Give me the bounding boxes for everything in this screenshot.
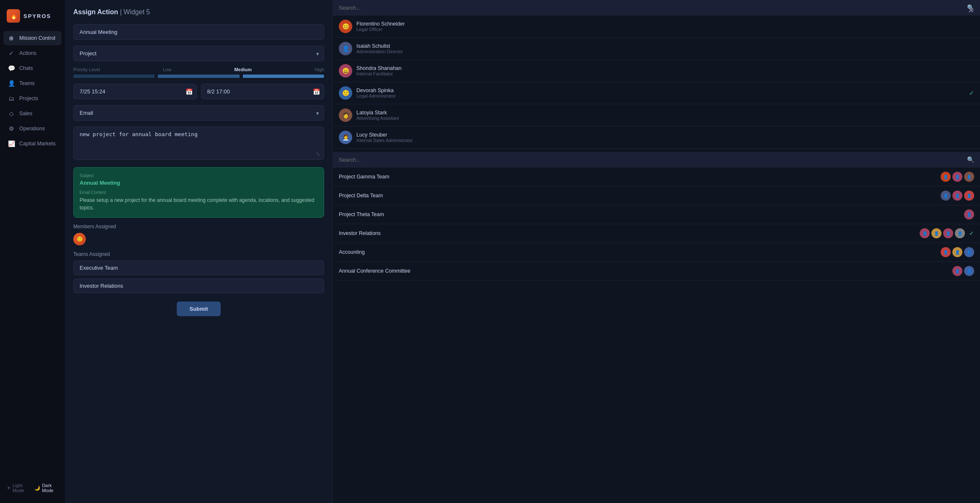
sales-icon: ◇ (8, 110, 15, 117)
sidebar-item-label: Projects (19, 95, 38, 101)
person-info: Isaiah Schulist Administration Director (356, 43, 974, 54)
person-row[interactable]: 👩‍💼 Lucy Steuber Internal Sales Administ… (333, 126, 980, 149)
close-button[interactable]: ✕ (968, 6, 974, 15)
person-name: Latoyia Stark (356, 110, 974, 116)
team-tag: Executive Team (73, 261, 324, 275)
light-mode-label: Light Mode (13, 483, 29, 493)
dark-mode-button[interactable]: 🌙 Dark Mode (34, 483, 58, 493)
people-search-input[interactable] (339, 5, 964, 11)
chats-icon: 💬 (8, 65, 15, 72)
modal-overlay: Assign Action | Widget 5 Project Task Me… (65, 0, 980, 503)
check-icon: ✓ (969, 230, 974, 237)
team-row[interactable]: Project Gamma Team 👤 👤 👤 (333, 168, 980, 186)
team-avatar: 👤 (941, 247, 951, 257)
calendar-icon-start: 📅 (186, 88, 193, 95)
operations-icon: ⚙ (8, 125, 15, 132)
category-select[interactable]: Project Task Meeting Other (73, 46, 324, 61)
sidebar-item-label: Teams (19, 80, 35, 86)
start-date-input[interactable] (73, 84, 197, 99)
sidebar-item-capital-markets[interactable]: 📈 Capital Markets (3, 137, 62, 151)
team-avatar: 👤 (941, 172, 951, 182)
priority-high: High (315, 67, 324, 72)
people-panel: 🔍 😊 Florentino Schneider Legal Officer 👤 (333, 0, 980, 503)
teams-label: Teams Assigned (73, 251, 324, 257)
team-name: Project Delta Team (339, 193, 936, 199)
person-name: Devorah Spinka (356, 88, 965, 93)
priority-seg-med[interactable] (158, 75, 239, 78)
logo-text: SPYROS (23, 13, 51, 19)
person-row[interactable]: 🙂 Devorah Spinka Legal Administrator ✓ (333, 82, 980, 104)
action-title-input[interactable] (73, 24, 324, 40)
team-name: Project Gamma Team (339, 174, 936, 180)
person-role: Administration Director (356, 49, 974, 54)
modal-widget-label: | Widget 5 (120, 8, 150, 15)
capital-markets-icon: 📈 (8, 140, 15, 147)
light-mode-button[interactable]: ☀ Light Mode (7, 483, 29, 493)
team-avatars: 👤 👤 👤 👤 (920, 228, 965, 238)
person-row[interactable]: 👩 Latoyia Stark Advertising Assistant (333, 104, 980, 126)
preview-content-label: Email Content (80, 190, 318, 195)
sidebar-item-projects[interactable]: 🗂 Projects (3, 91, 62, 106)
message-textarea[interactable]: new project for annual board meeting (73, 126, 324, 160)
person-avatar: 👤 (339, 42, 352, 55)
end-date-input[interactable] (201, 84, 325, 99)
priority-seg-high[interactable] (243, 75, 324, 78)
team-avatar: 👤 (952, 191, 962, 201)
priority-seg-low[interactable] (73, 75, 155, 78)
action-type-select[interactable]: Email Call Meeting Task (73, 105, 324, 121)
sidebar-item-teams[interactable]: 👤 Teams (3, 76, 62, 90)
team-avatar: 👤 (964, 172, 974, 182)
category-group: Project Task Meeting Other ▾ (73, 46, 324, 61)
members-avatar-row: 🙂 (73, 233, 324, 245)
team-avatar: 👤 (964, 191, 974, 201)
person-row[interactable]: 👤 Isaiah Schulist Administration Directo… (333, 38, 980, 60)
action-title-group (73, 24, 324, 40)
teams-list: Executive Team Investor Relations (73, 261, 324, 293)
team-avatars: 👤 👤 👤 (941, 247, 974, 257)
sidebar-item-actions[interactable]: ✓ Actions (3, 46, 62, 60)
team-avatars: 👤 👤 👤 (941, 172, 974, 182)
team-row[interactable]: Annual Conference Committee 👤 👤 (333, 262, 980, 281)
sidebar-item-mission-control[interactable]: ⊕ Mission Control (3, 31, 62, 45)
team-row[interactable]: Accounting 👤 👤 👤 (333, 243, 980, 262)
person-info: Florentino Schneider Legal Officer (356, 21, 974, 32)
main-area: Action Activity Detail T Mission Control… (65, 0, 980, 503)
person-name: Lucy Steuber (356, 132, 974, 138)
team-avatar: 👤 (920, 228, 930, 238)
person-row[interactable]: 😄 Shondra Shanahan Internal Facilitator (333, 60, 980, 82)
teams-list-panel: Project Gamma Team 👤 👤 👤 Project Delta T… (333, 168, 980, 281)
end-date-wrap: 📅 (201, 84, 325, 99)
submit-button[interactable]: Submit (177, 302, 220, 316)
mode-toggle: ☀ Light Mode 🌙 Dark Mode (0, 478, 65, 498)
team-row[interactable]: Project Theta Team 👤 (333, 205, 980, 224)
check-icon: ✓ (969, 90, 974, 96)
team-avatar: 👤 (964, 209, 974, 219)
members-label: Members Assigned (73, 224, 324, 230)
sidebar-item-sales[interactable]: ◇ Sales (3, 106, 62, 121)
content-area: Mission Control | Action Tasks Completed… (65, 15, 980, 503)
sidebar-item-chats[interactable]: 💬 Chats (3, 61, 62, 75)
team-avatar: 👤 (964, 266, 974, 276)
member-avatar: 🙂 (73, 233, 86, 245)
members-section: Members Assigned 🙂 (73, 224, 324, 245)
team-avatar: 👤 (931, 228, 941, 238)
team-row[interactable]: Investor Relations 👤 👤 👤 👤 ✓ (333, 224, 980, 243)
preview-subject-label: Subject (80, 173, 318, 178)
team-row[interactable]: Project Delta Team 👤 👤 👤 (333, 186, 980, 205)
email-preview-card: Subject Annual Meeting Email Content Ple… (73, 167, 324, 218)
sidebar-item-label: Operations (19, 126, 45, 132)
team-avatar: 👤 (964, 247, 974, 257)
projects-icon: 🗂 (8, 95, 15, 102)
message-group: new project for annual board meeting ⤡ (73, 126, 324, 161)
teams-icon: 👤 (8, 80, 15, 87)
person-role: Legal Administrator (356, 93, 965, 98)
person-row[interactable]: 😊 Florentino Schneider Legal Officer (333, 15, 980, 38)
people-list: 😊 Florentino Schneider Legal Officer 👤 I… (333, 15, 980, 149)
preview-subject: Annual Meeting (80, 180, 318, 186)
logo-icon: 🔥 (7, 9, 20, 23)
person-avatar: 👩 (339, 108, 352, 122)
sidebar-item-operations[interactable]: ⚙ Operations (3, 121, 62, 136)
teams-search-input[interactable] (339, 157, 964, 163)
person-avatar: 👩‍💼 (339, 131, 352, 144)
dark-mode-label: Dark Mode (42, 483, 58, 493)
